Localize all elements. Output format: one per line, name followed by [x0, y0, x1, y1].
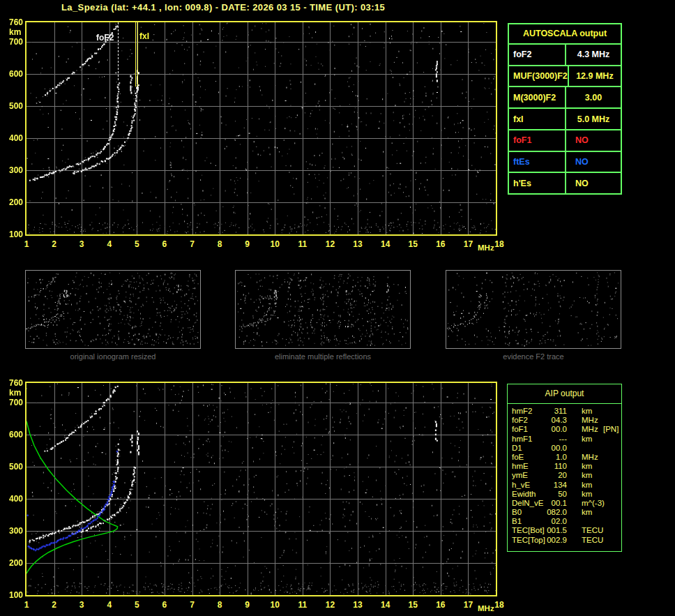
aip-row: ymE20km	[508, 471, 621, 480]
aip-param-unit: MHz	[582, 453, 598, 461]
x-tick-label: 5	[128, 600, 146, 610]
y-tick-label: 100	[0, 230, 23, 239]
x-tick-label: 17	[459, 600, 477, 610]
aip-param-unit: MHz	[582, 425, 598, 433]
x-tick-label: 6	[156, 239, 174, 249]
aip-param-unit: km	[582, 462, 592, 470]
autoscala-row-value: 5.0 MHz	[566, 109, 621, 129]
y-tick-label: 600	[0, 430, 23, 440]
thumbnail-canvas-eliminate	[235, 270, 411, 349]
x-tick-label: 12	[321, 239, 339, 249]
aip-param-value: 20	[525, 471, 567, 479]
autoscala-row: foF1NO	[509, 130, 621, 152]
autoscala-row: fxI5.0 MHz	[509, 109, 621, 130]
aip-param-name: B1	[512, 517, 522, 525]
ionogram-canvas-bottom	[25, 382, 497, 596]
autoscala-row-value: NO	[566, 130, 621, 151]
x-tick-label: 14	[377, 239, 395, 249]
y-axis-unit-label: km	[9, 388, 21, 398]
autoscala-row-label: foF2	[509, 45, 566, 65]
thumbnail-original-ionogram: original ionogram resized	[25, 270, 201, 361]
y-tick-label: 600	[0, 69, 23, 79]
x-tick-label: 3	[73, 239, 91, 249]
aip-param-unit: km	[582, 481, 592, 489]
x-tick-label: 5	[128, 239, 146, 249]
fof2-marker-label: foF2	[96, 33, 114, 43]
y-tick-label: 100	[0, 590, 23, 600]
x-tick-label: 1	[17, 239, 36, 249]
y-tick-label: 400	[0, 494, 23, 504]
aip-param-value: 00.1	[525, 499, 567, 507]
aip-param-unit: MHz	[582, 416, 598, 424]
thumbnail-caption: original ionogram resized	[25, 352, 201, 361]
aip-row: TEC[Bot]001.5TECU	[508, 526, 621, 535]
aip-param-value: ---	[525, 435, 567, 443]
x-tick-label: 7	[183, 600, 202, 610]
y-tick-label: 200	[0, 197, 23, 207]
aip-row: B102.0	[508, 517, 621, 526]
x-tick-label: 16	[432, 600, 450, 610]
aip-param-flag: [PN]	[603, 425, 619, 433]
autoscala-row-value: NO	[566, 173, 621, 193]
y-tick-label: 400	[0, 133, 23, 143]
y-tick-label: 300	[0, 526, 23, 536]
aip-row: B0082.0km	[508, 508, 621, 517]
aip-param-unit: km	[582, 508, 592, 516]
aip-param-unit: m^(-3)	[582, 499, 605, 507]
aip-row: hmE110km	[508, 462, 621, 471]
aip-param-unit: km	[582, 435, 592, 443]
aip-param-value: 1.0	[525, 453, 567, 461]
aip-row: foF204.3MHz	[508, 416, 621, 425]
x-tick-label: 13	[349, 600, 367, 610]
thumbnail-canvas-original	[25, 270, 201, 349]
aip-row: DelN_vE00.1m^(-3)	[508, 499, 621, 508]
autoscala-row-label: fxI	[509, 109, 566, 129]
x-tick-label: 8	[211, 600, 229, 610]
fxi-marker-label: fxI	[139, 31, 149, 41]
aip-param-value: 50	[525, 490, 567, 498]
x-tick-label: 2	[45, 239, 63, 249]
x-tick-label: 10	[266, 600, 284, 610]
thumbnail-caption: eliminate multiple reflections	[235, 352, 411, 361]
aip-table-header: AIP output	[508, 384, 621, 404]
autoscala-output-table: AUTOSCALA output foF24.3 MHzMUF(3000)F21…	[508, 23, 622, 195]
x-tick-label: 16	[432, 239, 450, 249]
thumbnail-eliminate-reflections: eliminate multiple reflections	[235, 270, 411, 361]
aip-param-name: D1	[512, 444, 522, 452]
autoscala-row-label: h'Es	[509, 173, 566, 193]
aip-row: foF100.0MHz[PN]	[508, 425, 621, 434]
x-tick-label: 8	[211, 239, 229, 249]
autoscala-row: ftEsNO	[509, 152, 621, 174]
aip-row: Ewidth50km	[508, 490, 621, 499]
ionogram-canvas-top	[25, 21, 497, 236]
x-tick-label: 2	[45, 600, 63, 610]
autoscala-table-header: AUTOSCALA output	[509, 24, 621, 45]
x-tick-label: 1	[17, 600, 36, 610]
ionogram-plot-top: foF2 fxI	[25, 21, 497, 236]
aip-param-value: 110	[525, 462, 567, 470]
aip-param-value: 134	[525, 481, 567, 489]
x-tick-label: 9	[238, 239, 257, 249]
aip-param-value: 04.3	[525, 416, 567, 424]
aip-param-value: 00.0	[525, 425, 567, 433]
x-tick-label: 15	[404, 239, 422, 249]
y-tick-label: 760	[0, 17, 23, 27]
aip-param-unit: TECU	[582, 536, 603, 544]
x-axis-unit-label: MHz	[478, 243, 494, 252]
aip-param-unit: km	[582, 471, 592, 479]
x-tick-label: 6	[156, 600, 174, 610]
x-tick-label: 7	[183, 239, 202, 249]
aip-row: h_vE134km	[508, 481, 621, 490]
y-tick-label: 500	[0, 462, 23, 472]
autoscala-row-label: M(3000)F2	[509, 87, 566, 107]
aip-param-value: 002.9	[525, 536, 567, 544]
aip-row: TEC[Top]002.9TECU	[508, 536, 621, 545]
autoscala-row-value: NO	[566, 152, 621, 172]
x-tick-label: 15	[404, 600, 422, 610]
autoscala-row-value: 4.3 MHz	[566, 45, 621, 65]
aip-param-value: 311	[525, 407, 567, 415]
aip-param-unit: TECU	[582, 526, 603, 534]
thumbnail-canvas-evidence	[446, 270, 621, 349]
aip-param-value: 00.0	[525, 444, 567, 452]
aip-row: hmF2311km	[508, 407, 621, 416]
